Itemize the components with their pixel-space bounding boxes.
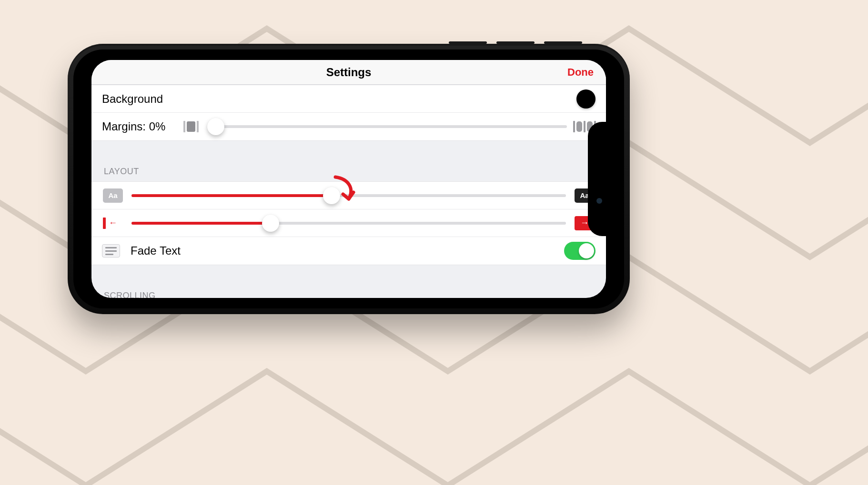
layout-section-header: LAYOUT: [91, 155, 606, 181]
nav-bar: Settings Done: [91, 60, 606, 85]
device-volume-down: [496, 41, 535, 44]
page-title: Settings: [326, 66, 372, 79]
screen: Settings Done Background Margins: 0%: [91, 60, 606, 298]
text-size-slider[interactable]: [131, 194, 566, 197]
fade-text-toggle[interactable]: [564, 242, 595, 260]
background-label: Background: [102, 92, 163, 106]
device-power: [544, 41, 582, 44]
front-camera-icon: [596, 198, 602, 204]
margins-slider-knob[interactable]: [207, 118, 224, 135]
settings-content[interactable]: Background Margins: 0%: [91, 85, 606, 298]
margins-row[interactable]: Margins: 0%: [91, 113, 606, 140]
device-volume-up: [449, 41, 487, 44]
device-notch: [588, 122, 606, 236]
scrolling-section-header: SCROLLING: [91, 279, 606, 298]
text-size-row[interactable]: Aa Aa: [91, 182, 606, 209]
margins-slider[interactable]: [209, 125, 567, 128]
text-size-slider-knob[interactable]: [323, 187, 340, 204]
fade-text-row[interactable]: Fade Text: [91, 237, 606, 265]
text-size-small-icon: Aa: [102, 188, 124, 203]
scroll-speed-slider[interactable]: [131, 222, 566, 225]
fade-text-toggle-knob[interactable]: [579, 243, 594, 258]
layout-section: Aa Aa: [91, 181, 606, 265]
scroll-speed-slider-knob[interactable]: [262, 215, 279, 232]
scroll-speed-slow-icon: ←: [102, 216, 124, 230]
appearance-section: Background Margins: 0%: [91, 85, 606, 141]
background-row[interactable]: Background: [91, 85, 606, 113]
margins-label: Margins: 0%: [102, 120, 173, 133]
scroll-speed-row[interactable]: ← →: [91, 209, 606, 237]
done-button[interactable]: Done: [567, 66, 594, 79]
background-color-swatch[interactable]: [576, 89, 595, 109]
margins-narrow-icon: [180, 119, 202, 134]
phone-frame: Settings Done Background Margins: 0%: [68, 44, 630, 314]
fade-text-label: Fade Text: [131, 244, 181, 257]
fade-text-icon: [102, 244, 120, 257]
